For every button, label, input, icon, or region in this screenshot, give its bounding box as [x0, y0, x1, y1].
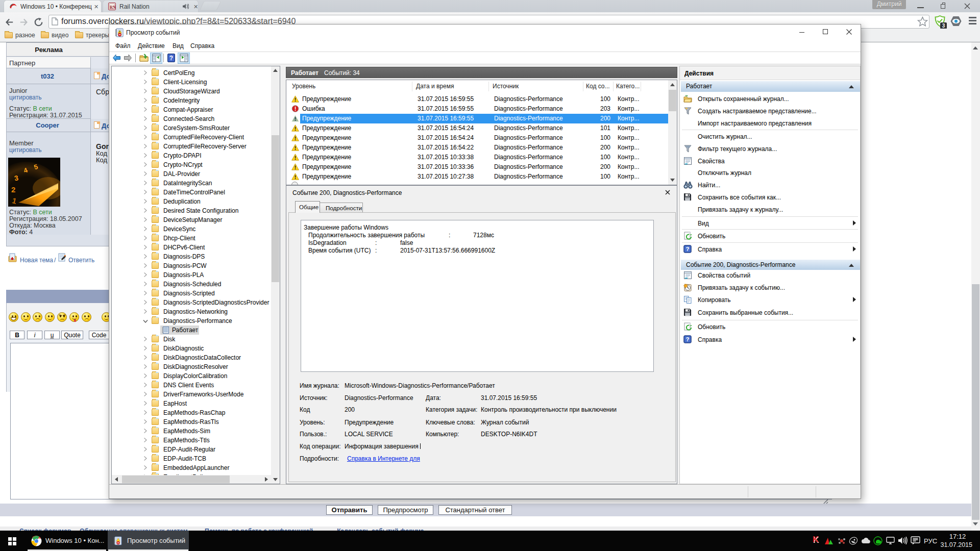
svg-text:?: ? [169, 55, 173, 62]
svg-text:?: ? [685, 246, 689, 252]
svg-text:?: ? [685, 336, 689, 342]
